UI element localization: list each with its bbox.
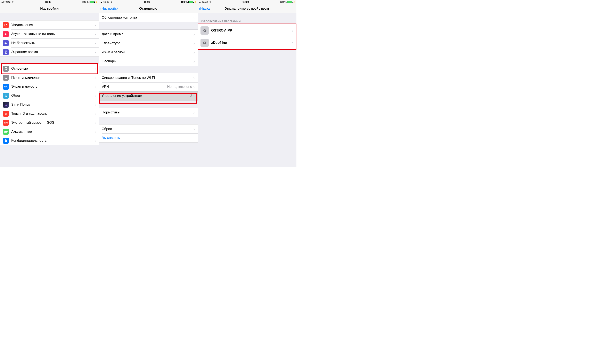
touchid-icon (3, 111, 9, 117)
chevron-right-icon: › (193, 85, 195, 89)
row-privacy[interactable]: Конфиденциальность › (0, 136, 99, 145)
status-time: 18:00 (45, 1, 51, 3)
profile-name: OSTROV, PP (211, 28, 292, 33)
chevron-right-icon: › (193, 50, 195, 55)
charging-icon: ⚡ (95, 1, 98, 3)
row-label: Siri и Поиск (11, 103, 95, 107)
screentime-icon (3, 49, 9, 55)
profile-icon (200, 26, 209, 35)
charging-icon: ⚡ (194, 1, 196, 3)
row-value: Не подключено (167, 85, 192, 89)
row-reset[interactable]: Сброс › (99, 124, 198, 133)
row-general[interactable]: Основные › (0, 64, 99, 73)
chevron-right-icon: › (95, 84, 96, 89)
wifi-icon (110, 1, 113, 3)
row-label: Обновление контента (102, 15, 193, 20)
svg-point-7 (6, 95, 6, 96)
row-language[interactable]: Язык и регион › (99, 48, 198, 57)
row-dnd[interactable]: Не беспокоить › (0, 39, 99, 48)
status-time: 18:00 (242, 1, 249, 3)
row-keyboard[interactable]: Клавиатура › (99, 39, 198, 48)
row-label: Дата и время (102, 32, 193, 36)
back-button[interactable]: ‹ Назад (199, 4, 210, 13)
signal-icon (199, 1, 201, 3)
carrier-label: Tele2 (4, 1, 11, 3)
row-battery[interactable]: Аккумулятор › (0, 127, 99, 136)
row-vpn[interactable]: VPN Не подключено › (99, 82, 198, 91)
chevron-right-icon: › (193, 76, 195, 80)
battery-percent: 100 % (181, 1, 188, 3)
row-label: Экран и яркость (11, 85, 95, 89)
battery-percent: 100 % (280, 1, 287, 3)
chevron-right-icon: › (292, 28, 294, 33)
battery-percent: 100 % (82, 1, 89, 3)
chevron-right-icon: › (95, 50, 96, 54)
row-label: Синхронизация с iTunes по Wi-Fi (102, 76, 193, 80)
nav-bar: Настройки (0, 4, 99, 13)
chevron-right-icon: › (193, 110, 195, 115)
row-dictionary[interactable]: Словарь › (99, 57, 198, 66)
row-label: Нормативы (102, 110, 193, 115)
page-title: Настройки (40, 7, 59, 11)
page-title: Основные (139, 7, 157, 11)
wifi-icon (11, 1, 14, 3)
profile-row-zdoof[interactable]: zDoof Inc › (198, 37, 296, 49)
battery-icon (287, 1, 292, 3)
svg-rect-5 (5, 78, 7, 78)
row-notifications[interactable]: Уведомления › (0, 20, 99, 29)
wifi-icon (209, 1, 212, 3)
row-label: Touch ID и код-пароль (11, 112, 95, 116)
charging-icon: ⚡ (293, 1, 295, 3)
battery-icon (188, 1, 193, 3)
back-button[interactable]: ‹ Настройки (100, 4, 118, 13)
chevron-right-icon: › (292, 40, 294, 45)
row-sos[interactable]: SOS Экстренный вызов — SOS › (0, 118, 99, 127)
profile-row-ostrov[interactable]: OSTROV, PP › (198, 24, 296, 37)
battery-icon (90, 1, 95, 3)
page-title: Управление устройством (225, 7, 269, 11)
chevron-right-icon: › (95, 66, 96, 71)
chevron-right-icon: › (95, 23, 96, 27)
back-label: Настройки (101, 7, 118, 11)
screen-device-management: Tele2 18:00 100 % ⚡ ‹ Назад Управление у… (198, 0, 296, 167)
row-control-center[interactable]: Пункт управления › (0, 73, 99, 82)
sos-icon: SOS (3, 120, 9, 126)
row-label: Язык и регион (102, 50, 193, 54)
row-label: Управление устройством (102, 94, 190, 98)
signal-icon (1, 1, 3, 3)
chevron-right-icon: › (193, 15, 195, 20)
chevron-right-icon: › (95, 102, 96, 107)
row-siri[interactable]: Siri и Поиск › (0, 100, 99, 109)
profile-name: zDoof Inc (211, 41, 292, 45)
chevron-right-icon: › (95, 32, 96, 37)
general-icon (3, 66, 9, 72)
section-header: КОРПОРАТИВНЫЕ ПРОГРАММЫ (198, 19, 296, 24)
row-value: 2 (190, 94, 192, 98)
chevron-right-icon: › (193, 93, 195, 98)
row-label: Экранное время (11, 50, 95, 54)
row-wallpaper[interactable]: Обои › (0, 91, 99, 100)
nav-bar: ‹ Назад Управление устройством (198, 4, 296, 13)
row-itunes-wifi[interactable]: Синхронизация с iTunes по Wi-Fi › (99, 73, 198, 82)
row-content-refresh[interactable]: Обновление контента › (99, 13, 198, 22)
row-shutdown[interactable]: Выключить (99, 133, 198, 143)
control-center-icon (3, 75, 9, 81)
row-label: Обои (11, 93, 95, 98)
svg-rect-11 (4, 131, 7, 132)
row-label: Экстренный вызов — SOS (11, 121, 95, 125)
row-device-management[interactable]: Управление устройством 2 › (99, 91, 198, 100)
battery-row-icon (3, 129, 9, 135)
chevron-right-icon: › (95, 120, 96, 125)
chevron-right-icon: › (193, 41, 195, 46)
row-legal[interactable]: Нормативы › (99, 108, 198, 117)
row-touchid[interactable]: Touch ID и код-пароль › (0, 109, 99, 118)
row-screentime[interactable]: Экранное время › (0, 48, 99, 56)
svg-point-8 (5, 104, 7, 106)
carrier-label: Tele2 (103, 1, 109, 3)
status-time: 18:00 (144, 1, 150, 3)
row-display[interactable]: AA Экран и яркость › (0, 82, 99, 91)
row-sounds[interactable]: Звуки, тактильные сигналы › (0, 29, 99, 39)
row-date-time[interactable]: Дата и время › (99, 30, 198, 39)
svg-point-1 (6, 24, 7, 25)
svg-rect-10 (7, 131, 8, 132)
